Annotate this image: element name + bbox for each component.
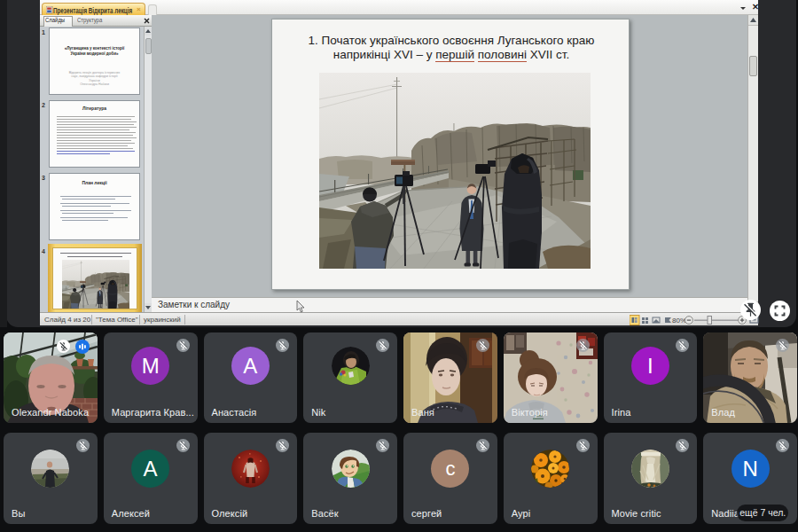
svg-text:80%: 80%: [672, 317, 686, 325]
